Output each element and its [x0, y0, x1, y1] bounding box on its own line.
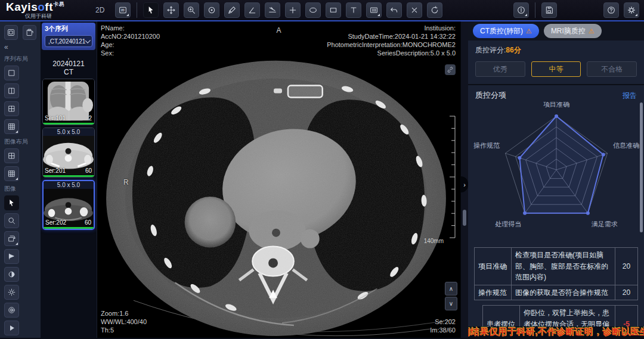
radar-chart: 项目准确信息准确满足需求处理得当操作规范	[471, 102, 641, 241]
orientation-anterior-label: A	[276, 26, 281, 35]
layout-2x2-button[interactable]	[4, 101, 19, 116]
series-number-label: Ser:201	[45, 167, 66, 174]
image-invert-button[interactable]	[4, 267, 19, 282]
tool-cine-button[interactable]	[366, 2, 382, 18]
pointer-icon	[7, 198, 16, 207]
image-target-button[interactable]	[4, 303, 19, 318]
layout-1x1-button[interactable]	[4, 66, 19, 80]
info-icon	[516, 5, 526, 15]
scroll-down-button[interactable]: ∨	[445, 297, 457, 310]
layout-1x2-button[interactable]	[4, 83, 19, 98]
help-button[interactable]	[603, 2, 619, 18]
mode-label: 2D	[95, 6, 104, 14]
image-viewport[interactable]: PName: AccNO:2401210200 Age: Sex: Instit…	[97, 21, 460, 338]
svg-text:操作规范: 操作规范	[473, 142, 500, 149]
grid-3x3-button[interactable]	[4, 166, 19, 181]
scroll-up-button[interactable]: ∧	[445, 282, 457, 296]
series-number-label: Ser:202	[45, 219, 66, 226]
tool-pointer-button[interactable]	[143, 2, 159, 18]
settings-button[interactable]	[624, 2, 639, 18]
tool-ellipse-button[interactable]	[305, 2, 321, 18]
collapse-sidebar-button[interactable]: «	[0, 42, 41, 52]
tool-text-button[interactable]	[346, 2, 361, 18]
series-number-label: Ser:101	[45, 115, 66, 122]
info-button[interactable]	[513, 2, 529, 18]
layout-1x1-icon	[7, 69, 16, 77]
help-icon	[606, 5, 616, 15]
series-link-button[interactable]	[445, 64, 456, 75]
grade-medium-button[interactable]: 中等	[531, 61, 581, 77]
save-icon	[544, 5, 554, 15]
image-count-label: 60	[85, 167, 92, 174]
tool-delete-button[interactable]	[407, 2, 422, 18]
score-label: 质控评分:	[475, 46, 506, 54]
undo-icon	[389, 5, 399, 15]
layout-3x3-button[interactable]	[4, 119, 19, 134]
clipboard-button[interactable]	[23, 25, 36, 40]
series-thumbnail-202[interactable]: 5.0 x 5.0 Ser:202 60	[42, 180, 95, 230]
save-button[interactable]	[541, 2, 557, 18]
svg-text:处理得当: 处理得当	[495, 220, 521, 228]
rect-roi-icon	[329, 5, 338, 15]
clipboard-icon	[25, 28, 34, 37]
app-logo: Kayisoft卡易 仅用于科研	[0, 0, 89, 21]
zoom-info-overlay: Zoom:1.6 WW/WL:400/40 Th:5	[101, 309, 147, 334]
study-dropdown[interactable]: ,CT,20240121	[45, 35, 92, 47]
2d-icon: 2D	[118, 5, 128, 15]
reset-icon	[430, 5, 439, 15]
tool-undo-button[interactable]	[386, 2, 402, 18]
tool-angle-button[interactable]	[244, 2, 260, 18]
zoom-in-icon	[187, 5, 196, 15]
link-icon	[447, 66, 454, 73]
disclaimer-text: 别结果仅用于科研,不作诊断证明，诊断以医生出具的诊断	[468, 326, 644, 338]
magnify-icon	[7, 216, 16, 225]
tool-pan-button[interactable]	[163, 2, 179, 18]
image-brightness-button[interactable]	[4, 285, 19, 300]
crosshair-icon	[288, 5, 298, 15]
grid-2x2-button[interactable]	[4, 148, 19, 163]
tool-length-button[interactable]	[224, 2, 240, 18]
panel-scrollbar-thumb[interactable]	[640, 102, 643, 232]
table-row: 项目准确 检查项目是否准确(项目如脑部、胸部、腹部是否在标准的范围内容) 20	[475, 248, 638, 285]
series-thumbnail-101[interactable]: Ser:101 2	[42, 79, 95, 125]
layout-2x2-icon	[7, 104, 16, 113]
image-magnify-button[interactable]	[4, 213, 19, 228]
warning-icon: ⚠	[526, 27, 532, 35]
tool-2d-button[interactable]: 2D	[115, 2, 131, 18]
tool-reset-button[interactable]	[427, 2, 442, 18]
tool-window-level-button[interactable]	[204, 2, 219, 18]
series-thumbnail-201[interactable]: 5.0 x 5.0 Ser:201 60	[42, 127, 95, 178]
image-play-button[interactable]	[4, 321, 19, 335]
slice-scrollbar-thumb[interactable]	[463, 210, 466, 226]
tool-rect-button[interactable]	[326, 2, 341, 18]
tool-crosshair-button[interactable]	[285, 2, 301, 18]
scale-ruler	[448, 115, 457, 239]
ct-axial-image	[97, 21, 460, 338]
section-title-image-layout: 图像布局	[0, 135, 41, 147]
tab-mri-qc[interactable]: MRI脑质控 ⚠	[544, 24, 602, 38]
brightness-icon	[7, 288, 16, 297]
image-rotate-button[interactable]	[4, 231, 19, 246]
image-flip-button[interactable]	[4, 249, 19, 264]
grade-excellent-button[interactable]: 优秀	[475, 61, 525, 77]
report-link[interactable]: 报告	[623, 91, 637, 101]
grade-buttons: 优秀 中等 不合格	[468, 57, 644, 84]
series-panel: 3个序列 ,CT,20240121 , 20240121 CT	[41, 21, 97, 338]
score-value: 86分	[506, 46, 521, 54]
svg-text:项目准确: 项目准确	[543, 102, 569, 108]
tool-cobb-button[interactable]	[265, 2, 280, 18]
image-pointer-button[interactable]	[4, 195, 19, 210]
tool-zoom-button[interactable]	[184, 2, 199, 18]
target-icon	[7, 306, 16, 315]
load-progress-bar	[43, 123, 94, 125]
text-annotate-icon	[349, 5, 358, 15]
report-layout-button[interactable]	[4, 25, 18, 40]
ruler-length-label: 140mm	[424, 238, 444, 244]
tab-ct-qc[interactable]: CT质控(肺部) ⚠	[473, 24, 539, 38]
grade-fail-button[interactable]: 不合格	[587, 61, 637, 77]
expand-panel-handle[interactable]: ›	[461, 176, 468, 192]
tool-sidebar: « 序列布局 图像布局 图像	[0, 21, 41, 338]
grid-3x3-icon	[7, 169, 16, 178]
load-progress-bar	[43, 175, 94, 177]
logo-text: Kayisoft卡易	[6, 1, 64, 14]
